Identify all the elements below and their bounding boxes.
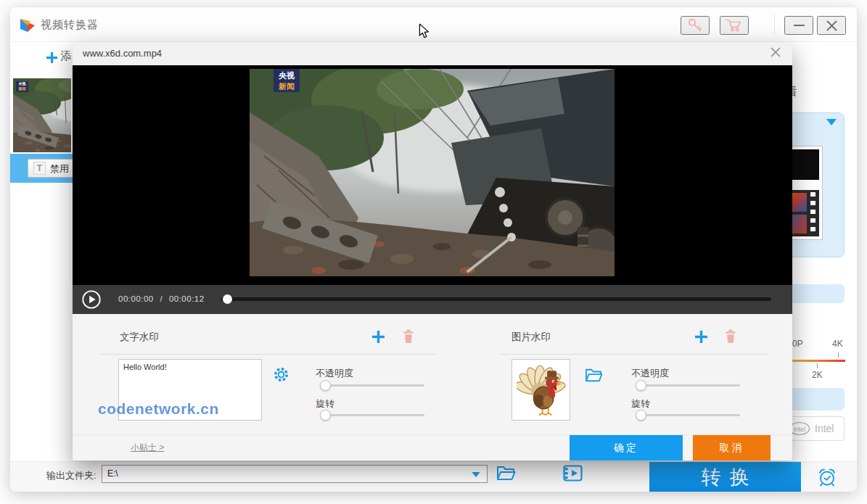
time-total: 00:00:12 <box>169 294 205 303</box>
subtitle-t-icon: T <box>33 162 46 175</box>
subtitle-select[interactable]: T 禁用 <box>28 159 73 178</box>
svg-text:intel: intel <box>794 426 806 433</box>
trash-icon <box>402 329 415 344</box>
time-separator: / <box>160 294 163 303</box>
shopping-cart-icon <box>726 17 743 33</box>
text-style-settings-button[interactable] <box>273 366 289 385</box>
seek-knob[interactable] <box>223 294 232 304</box>
mouse-cursor-icon <box>419 23 430 39</box>
app-logo-icon <box>19 17 36 33</box>
dialog-close-icon <box>771 47 781 57</box>
dialog-close-button[interactable] <box>771 47 781 59</box>
gear-icon <box>273 366 289 383</box>
folder-icon <box>585 368 603 383</box>
key-icon <box>686 17 704 33</box>
store-cart-button[interactable] <box>720 16 749 35</box>
play-button[interactable] <box>81 289 102 312</box>
plus-icon <box>695 331 707 343</box>
image-rotate-knob[interactable] <box>636 410 646 421</box>
video-stage: 央视 新闻 <box>73 65 792 285</box>
thumbnail-news-badge: 央视 新闻 <box>16 81 28 92</box>
register-key-button[interactable] <box>681 16 710 35</box>
text-opacity-label: 不透明度 <box>316 367 353 380</box>
output-dropdown-icon[interactable] <box>472 472 480 477</box>
image-rotate-slider[interactable] <box>637 414 740 416</box>
video-thumbnail[interactable]: 央视 新闻 <box>13 78 71 152</box>
resolution-tick-4k <box>838 352 839 358</box>
image-rotate-label: 旋转 <box>631 397 650 410</box>
image-opacity-knob[interactable] <box>636 380 646 391</box>
add-image-watermark-button[interactable] <box>695 331 707 345</box>
plus-icon <box>46 52 57 63</box>
ok-button[interactable]: 确定 <box>570 435 683 460</box>
image-section-divider <box>498 354 769 355</box>
text-watermark-title: 文字水印 <box>120 331 159 344</box>
cancel-button[interactable]: 取消 <box>693 435 771 460</box>
trash-icon <box>724 329 737 344</box>
text-opacity-knob[interactable] <box>320 380 331 391</box>
image-watermark-title: 图片水印 <box>511 331 551 344</box>
time-current: 00:00:00 <box>118 294 154 303</box>
app-title: 视频转换器 <box>41 18 99 32</box>
browse-image-button[interactable] <box>585 368 603 385</box>
watermark-image-preview <box>511 359 570 421</box>
close-icon <box>826 20 837 31</box>
image-opacity-slider[interactable] <box>637 384 740 387</box>
seek-bar[interactable] <box>221 297 771 301</box>
intel-label: Intel <box>815 423 834 434</box>
video-frame-image <box>250 69 615 276</box>
news-badge-line1: 央视 <box>274 70 300 81</box>
convert-button[interactable]: 转换 <box>649 462 801 492</box>
minimize-button[interactable] <box>784 16 813 35</box>
preview-output-button[interactable] <box>563 465 583 484</box>
text-rotate-label: 旋转 <box>316 397 334 410</box>
browse-output-folder-button[interactable] <box>496 465 516 484</box>
film-preview-icon <box>563 465 583 482</box>
text-rotate-slider[interactable] <box>321 414 424 416</box>
format-dropdown-icon[interactable] <box>826 119 837 125</box>
output-folder-value: E:\ <box>107 468 118 479</box>
tips-link[interactable]: 小贴士 > <box>131 442 164 454</box>
news-badge: 央视 新闻 <box>274 69 300 92</box>
turkey-image <box>517 364 566 416</box>
play-icon <box>81 289 102 310</box>
plus-icon <box>372 331 385 343</box>
delete-text-watermark-button[interactable] <box>402 329 415 346</box>
screenshot-watermark: codenetwork.cn <box>98 400 219 418</box>
text-section-divider <box>98 354 435 355</box>
dialog-title: www.x6d.com.mp4 <box>83 48 162 59</box>
footer-divider <box>73 434 792 435</box>
folder-icon <box>496 465 516 482</box>
text-opacity-slider[interactable] <box>321 384 424 387</box>
image-opacity-label: 不透明度 <box>631 367 669 380</box>
subtitle-value: 禁用 <box>50 162 69 175</box>
time-display: 00:00:00 / 00:00:12 <box>118 294 205 303</box>
screen: 视频转换器 <box>0 0 867 504</box>
output-folder-select[interactable]: E:\ <box>102 465 488 483</box>
minimize-icon <box>794 24 805 27</box>
resolution-label-right: 4K <box>832 339 843 349</box>
titlebar-separator <box>774 15 775 35</box>
resolution-label-mid: 2K <box>812 370 823 380</box>
text-rotate-knob[interactable] <box>320 410 331 421</box>
output-bar: 输出文件夹: E:\ <box>10 461 857 492</box>
subtitle-track-row: T 禁用 <box>10 154 73 183</box>
app-titlebar: 视频转换器 <box>10 7 857 42</box>
close-window-button[interactable] <box>817 16 846 35</box>
resolution-tick-2k <box>817 363 818 368</box>
alarm-clock-icon <box>817 467 837 487</box>
output-folder-label: 输出文件夹: <box>46 469 96 482</box>
schedule-task-button[interactable] <box>817 467 837 489</box>
dialog-titlebar: www.x6d.com.mp4 <box>73 42 792 65</box>
resolution-label-left: 0P <box>792 339 803 349</box>
news-badge-line2: 新闻 <box>274 81 300 92</box>
add-text-watermark-button[interactable] <box>372 331 385 345</box>
delete-image-watermark-button[interactable] <box>724 329 737 346</box>
add-files-label-fragment: 添 <box>60 49 71 62</box>
player-controls: 00:00:00 / 00:00:12 <box>73 285 792 314</box>
watermark-dialog: www.x6d.com.mp4 央视 新闻 00:00:0 <box>73 42 792 460</box>
